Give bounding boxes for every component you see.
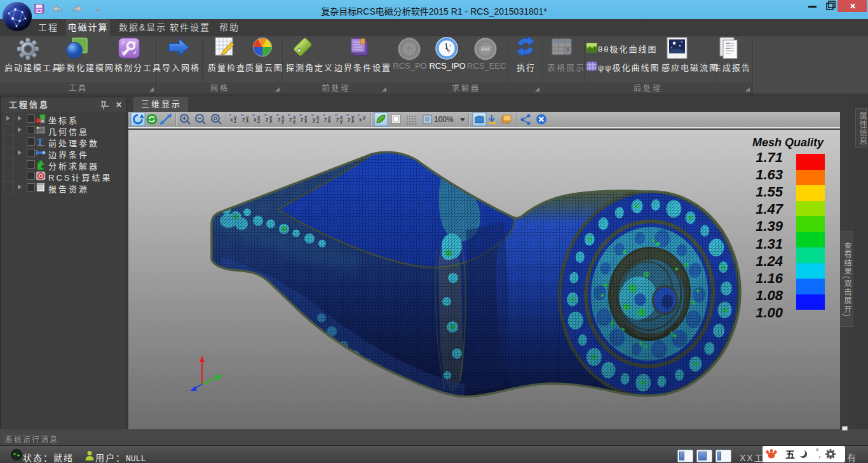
svg-text:y: y	[293, 118, 296, 124]
svg-text:z: z	[324, 116, 327, 123]
svg-text:y: y	[340, 118, 343, 124]
svg-text:z: z	[348, 116, 351, 123]
svg-text:x: x	[230, 116, 233, 123]
svg-text:x: x	[359, 116, 362, 123]
svg-text:z: z	[242, 116, 245, 123]
svg-text:z: z	[234, 118, 237, 124]
svg-text:100%: 100%	[434, 115, 454, 124]
svg-text:x: x	[328, 118, 331, 124]
svg-text:z: z	[257, 118, 261, 124]
svg-text:z: z	[336, 116, 339, 123]
svg-text:x: x	[304, 118, 308, 124]
svg-text:y: y	[313, 116, 316, 123]
svg-text:y: y	[363, 114, 366, 120]
svg-text:z: z	[301, 116, 304, 123]
svg-text:x: x	[269, 118, 273, 124]
svg-text:五: 五	[785, 449, 795, 460]
svg-text:z: z	[316, 118, 320, 124]
svg-text:x: x	[246, 118, 249, 124]
svg-text:z: z	[289, 116, 292, 123]
svg-text:x: x	[351, 118, 355, 124]
svg-text:,: ,	[818, 450, 821, 459]
svg-text:y: y	[281, 118, 285, 124]
svg-text:z: z	[278, 116, 281, 123]
svg-text:x: x	[254, 116, 257, 123]
svg-text:z: z	[266, 116, 269, 123]
